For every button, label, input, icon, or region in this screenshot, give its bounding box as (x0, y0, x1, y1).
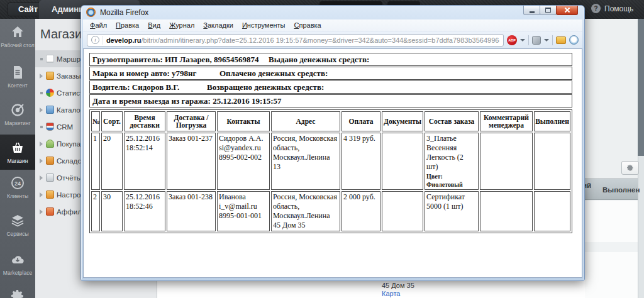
window-titlebar[interactable]: Mozilla Firefox (81, 6, 584, 19)
sidebar-item-content[interactable]: Контент (0, 59, 35, 97)
info-row-driver: Водитель: Сидоров В.Г. Возвращено денежн… (89, 80, 572, 94)
expand-arrow-icon (40, 108, 43, 113)
col-contacts: Контакты (217, 111, 270, 131)
bullet-icon (40, 92, 43, 94)
sidebar-item-marketing[interactable]: Маркетинг (0, 97, 35, 135)
expand-arrow-icon (40, 74, 43, 79)
sidebar-item-settings[interactable] (0, 283, 35, 298)
background-table-bottom: 45 Дом 35 Карта (157, 279, 585, 298)
adblock-dropdown-icon[interactable] (520, 39, 525, 41)
addon-icon[interactable] (532, 36, 541, 45)
url-text: develop.ru/bitrix/admin/itinerary.php?da… (106, 36, 499, 44)
menu-history[interactable]: Журнал (165, 20, 199, 30)
col-num: № (91, 111, 100, 131)
col-order: Состав заказа (425, 111, 479, 131)
clients-24-icon: 24 (10, 175, 25, 190)
firefox-logo-icon (86, 8, 96, 17)
addon-dropdown-icon[interactable] (544, 39, 549, 41)
sidebar-rail: Рабочий стол Контент Маркетинг Магазин 2… (0, 19, 35, 298)
minimize-button[interactable] (523, 6, 540, 15)
expand-arrow-icon (40, 192, 43, 197)
expand-arrow-icon (40, 141, 43, 146)
url-path: /bitrix/admin/itinerary.php?date=25.12.2… (142, 36, 500, 44)
target-icon (10, 102, 25, 118)
layers-icon (10, 213, 25, 228)
url-host: develop.ru (106, 36, 142, 44)
done-column-header: Выполнен (602, 186, 640, 194)
bullet-icon (40, 58, 43, 60)
gear-icon (626, 164, 634, 172)
table-row: 1 20 25.12.2016 18:52:14 Заказ 001-237 С… (91, 133, 570, 190)
col-payment: Оплата (341, 111, 380, 131)
col-documents: Документы (382, 111, 423, 131)
site-info-icon[interactable]: i (91, 36, 99, 44)
window-title: Mozilla Firefox (100, 8, 148, 17)
help-button[interactable]: ? Помощь (591, 4, 633, 13)
warehouse-icon (46, 157, 54, 165)
info-row-shipper: Грузоотправитель: ИП Лазарев, 8965456987… (89, 53, 572, 66)
menu-bookmarks[interactable]: Закладки (199, 20, 238, 30)
col-sort: Сорт. (101, 111, 123, 131)
order-color-note: Цвет: Фиолетовый (426, 173, 477, 189)
col-time: Время доставки (124, 111, 165, 131)
divider (552, 35, 553, 45)
menu-edit[interactable]: Правка (111, 20, 143, 30)
menu-tools[interactable]: Инструменты (238, 20, 290, 30)
table-settings-button[interactable] (621, 161, 639, 175)
col-address: Адрес (271, 111, 340, 131)
monitor-icon (46, 174, 54, 182)
divider (528, 35, 529, 45)
itinerary-page: Грузоотправитель: ИП Лазарев, 8965456987… (83, 48, 582, 278)
menu-help[interactable]: Справка (290, 20, 326, 30)
browser-menubar: Файл Правка Вид Журнал Закладки Инструме… (83, 19, 582, 31)
sidebar-item-marketplace[interactable]: Marketplace (0, 246, 35, 283)
col-done: Выполнен (534, 111, 570, 131)
svg-text:24: 24 (14, 180, 21, 187)
sidebar-item-shop[interactable]: Магазин (0, 135, 35, 170)
expand-arrow-icon (40, 158, 43, 163)
menu-view[interactable]: Вид (143, 20, 165, 30)
cloud-download-icon (10, 252, 25, 267)
expand-arrow-icon (40, 209, 43, 214)
orders-icon (46, 72, 54, 80)
right-edge-band-lower (638, 156, 644, 298)
affiliates-box-icon (46, 207, 54, 216)
address-fragment: 45 Дом 35 (382, 282, 414, 289)
close-icon (564, 7, 570, 13)
settings-box-icon (46, 190, 54, 199)
pie-chart-icon (46, 89, 54, 97)
info-row-departure: Дата и время выезда из гаража: 25.12.201… (89, 94, 572, 108)
document-icon (46, 55, 54, 63)
gear-icon (10, 289, 25, 298)
table-row: 2 30 25.12.2016 18:52:46 Заказ 001-238 И… (91, 191, 570, 231)
question-icon: ? (591, 4, 601, 13)
help-label: Помощь (604, 4, 633, 13)
document-icon (10, 65, 25, 80)
close-button[interactable] (556, 6, 578, 15)
url-input[interactable]: i develop.ru/bitrix/admin/itinerary.php?… (87, 34, 504, 47)
col-delivery: Доставка / Погрузка (167, 111, 216, 131)
sidebar-item-desktop[interactable]: Рабочий стол (0, 19, 35, 59)
crm-funnel-icon (46, 123, 54, 131)
adblock-icon[interactable]: ABP (507, 35, 517, 45)
sidebar-item-services[interactable]: Сервисы (0, 207, 35, 246)
right-edge-band (638, 19, 644, 156)
info-row-vehicle: Марка и номер авто: у798нг Оплачено дене… (89, 67, 572, 80)
folder-icon (46, 106, 54, 114)
basket-icon (10, 140, 25, 155)
divider (103, 36, 103, 45)
sidebar-item-clients[interactable]: 24 Клиенты (0, 170, 35, 207)
minimize-icon (530, 11, 535, 13)
map-link[interactable]: Карта (382, 290, 400, 297)
col-comment: Комментарий менеджера (480, 111, 533, 131)
bullet-icon (40, 126, 43, 128)
browser-navbar: i develop.ru/bitrix/admin/itinerary.php?… (83, 31, 582, 48)
maximize-button[interactable] (540, 6, 557, 15)
person-icon (46, 140, 54, 148)
download-addon-icon[interactable] (569, 35, 579, 45)
itinerary-table: № Сорт. Время доставки Доставка / Погруз… (89, 109, 572, 233)
menu-file[interactable]: Файл (86, 20, 111, 30)
home-icon (10, 25, 25, 40)
screenshot-addon-icon[interactable] (556, 36, 566, 44)
table-header-row: № Сорт. Время доставки Доставка / Погруз… (91, 111, 570, 131)
